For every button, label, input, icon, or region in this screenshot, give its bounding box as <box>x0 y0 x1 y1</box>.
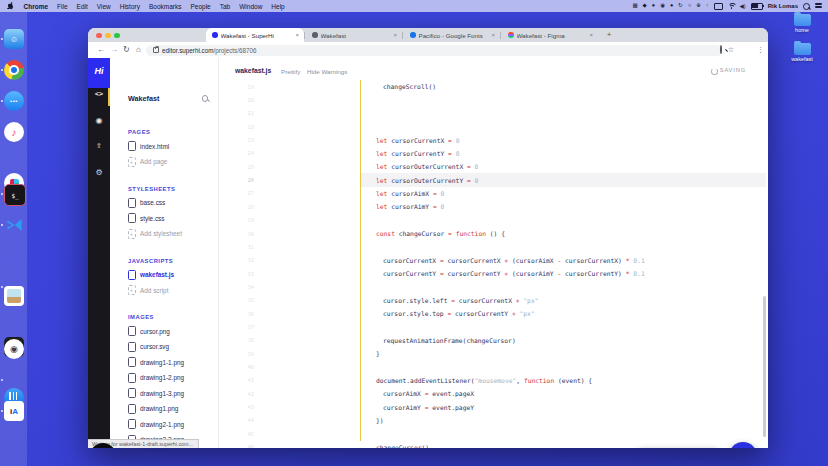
upload-icon[interactable]: ⇧ <box>88 142 110 150</box>
editor-content: Hi <> ◉ ⇧ ⚙ Wakefast PAGESindex.htmlAdd … <box>88 58 768 448</box>
sidebar-search-icon[interactable] <box>202 95 209 102</box>
volume-icon[interactable]: ◀) <box>740 3 746 9</box>
line-number: 35 <box>219 297 254 303</box>
preview-icon[interactable] <box>4 286 24 306</box>
code-line-31: 31 <box>219 240 768 253</box>
up-arrow-icon[interactable]: ↑ <box>706 3 709 9</box>
menu-item-window[interactable]: Window <box>239 3 262 10</box>
menu-item-help[interactable]: Help <box>271 3 284 10</box>
browser-tab-3[interactable]: Pacifico - Google Fonts× <box>404 28 500 42</box>
code-area[interactable]: 19changeScroll()20212223let cursorCurren… <box>219 80 768 448</box>
file-item-drawing1-1-png[interactable]: drawing1-1.png <box>128 357 184 367</box>
spotlight-search-icon[interactable] <box>803 3 810 10</box>
address-bar[interactable]: editor.superhi.com/projects/68706 <box>146 45 722 56</box>
tab-close-icon[interactable]: × <box>393 32 397 38</box>
menu-item-view[interactable]: View <box>97 3 111 10</box>
sync-icon[interactable]: ↻ <box>678 3 683 9</box>
prettify-button[interactable]: Prettify <box>281 68 300 75</box>
menu-item-people[interactable]: People <box>190 3 210 10</box>
menu-item-chrome[interactable]: Chrome <box>24 3 49 10</box>
preview-eye-icon[interactable]: ◉ <box>88 116 110 125</box>
file-label: drawing1.png <box>140 405 178 412</box>
code-line-21: 21 <box>219 107 768 120</box>
back-button[interactable]: ← <box>97 45 105 55</box>
file-item-wakefast-js[interactable]: wakefast.js <box>128 270 174 280</box>
code-line-41: 41document.addEventListener("mousemove",… <box>219 374 768 387</box>
music-icon[interactable]: ♪ <box>4 122 24 142</box>
film-reel-icon[interactable]: ◉ <box>4 339 24 359</box>
file-item-drawing1-png[interactable]: drawing1.png <box>128 404 178 414</box>
menu-item-tab[interactable]: Tab <box>220 3 230 10</box>
file-item-cursor-svg[interactable]: cursor.svg <box>128 342 169 352</box>
add-item-add-script[interactable]: Add script <box>128 285 168 295</box>
globe-plus-icon[interactable]: ⊕ <box>696 3 701 9</box>
menu-item-bookmarks[interactable]: Bookmarks <box>149 3 182 10</box>
tab-close-icon[interactable]: × <box>295 32 299 38</box>
app-dot-icon[interactable]: ● <box>652 3 655 9</box>
browser-tab-2[interactable]: Wakefast× <box>306 28 402 42</box>
file-icon <box>128 404 136 414</box>
desktop-folder-home[interactable]: home <box>772 14 828 33</box>
file-item-base-css[interactable]: base.css <box>128 198 165 208</box>
forward-button[interactable]: → <box>110 45 118 55</box>
hide-warnings-button[interactable]: Hide Warnings <box>307 68 347 75</box>
line-number: 24 <box>219 150 254 156</box>
file-label: cursor.svg <box>140 343 169 350</box>
line-number: 43 <box>219 404 254 410</box>
file-item-drawing1-3-png[interactable]: drawing1-3.png <box>128 388 184 398</box>
circle-icon[interactable]: ○ <box>688 3 691 9</box>
app-dot2-icon[interactable]: ● <box>670 3 673 9</box>
code-view-icon[interactable]: <> <box>88 90 110 98</box>
menu-item-history[interactable]: History <box>120 3 140 10</box>
desktop-folder-wakefast[interactable]: wakefast <box>772 43 828 62</box>
reload-button[interactable]: ↻ <box>123 45 130 55</box>
apple-logo-icon[interactable] <box>7 2 14 10</box>
battery-icon[interactable] <box>751 3 763 10</box>
chrome-icon[interactable] <box>4 60 24 80</box>
ia-writer-icon[interactable]: iA <box>4 401 24 421</box>
new-tab-button[interactable]: + <box>604 30 614 40</box>
line-number: 33 <box>219 271 254 277</box>
superhi-favicon <box>212 32 218 38</box>
lock-icon[interactable] <box>153 47 159 53</box>
file-item-style-css[interactable]: style.css <box>128 213 165 223</box>
tab-separator <box>500 32 501 39</box>
editor-scrollbar[interactable] <box>763 296 766 437</box>
file-item-drawing2-1-png[interactable]: drawing2-1.png <box>128 419 184 429</box>
screen-mirror-icon[interactable]: ▦ <box>632 3 637 9</box>
window-zoom-button[interactable] <box>114 33 120 39</box>
add-item-add-page[interactable]: Add page <box>128 157 167 167</box>
browser-tab-4[interactable]: Wakefast - Figma× <box>502 28 598 42</box>
shield-icon[interactable]: ◆ <box>643 3 647 9</box>
settings-gear-icon[interactable]: ⚙ <box>88 168 110 177</box>
folder-label: wakefast <box>772 56 828 62</box>
tab-close-icon[interactable]: × <box>589 32 593 38</box>
record-icon[interactable]: ◉ <box>660 3 665 9</box>
add-item-add-stylesheet[interactable]: Add stylesheet <box>128 229 182 239</box>
file-item-cursor-png[interactable]: cursor.png <box>128 326 170 336</box>
browser-menu-icon[interactable]: ⋮ <box>757 46 764 54</box>
tab-close-icon[interactable]: × <box>491 32 495 38</box>
menu-item-file[interactable]: File <box>57 3 67 10</box>
finder-icon[interactable]: ☺ <box>4 29 24 49</box>
terminal-icon[interactable]: $_ <box>4 184 26 206</box>
window-minimize-button[interactable] <box>105 33 111 39</box>
line-number: 42 <box>219 391 254 397</box>
code-line-39: 39} <box>219 347 768 360</box>
superhi-logo[interactable]: Hi <box>88 58 110 88</box>
display-icon[interactable] <box>714 3 723 10</box>
wifi-icon[interactable] <box>728 3 735 9</box>
zoom-search-icon[interactable] <box>720 46 722 53</box>
file-item-index-html[interactable]: index.html <box>128 141 169 151</box>
menu-user-name[interactable]: Rik Lomas <box>768 3 798 9</box>
control-center-icon[interactable] <box>815 3 822 9</box>
bookmark-star-icon[interactable]: ☆ <box>728 46 734 54</box>
window-close-button[interactable] <box>96 33 102 39</box>
messages-icon[interactable]: ••• <box>4 91 24 111</box>
menu-item-edit[interactable]: Edit <box>77 3 88 10</box>
vscode-icon[interactable] <box>4 215 24 235</box>
home-button[interactable]: ⌂ <box>136 45 141 55</box>
section-header-pages: PAGES <box>128 129 150 135</box>
browser-tab-1[interactable]: Wakefast - SuperHi× <box>206 28 304 42</box>
file-item-drawing1-2-png[interactable]: drawing1-2.png <box>128 373 184 383</box>
